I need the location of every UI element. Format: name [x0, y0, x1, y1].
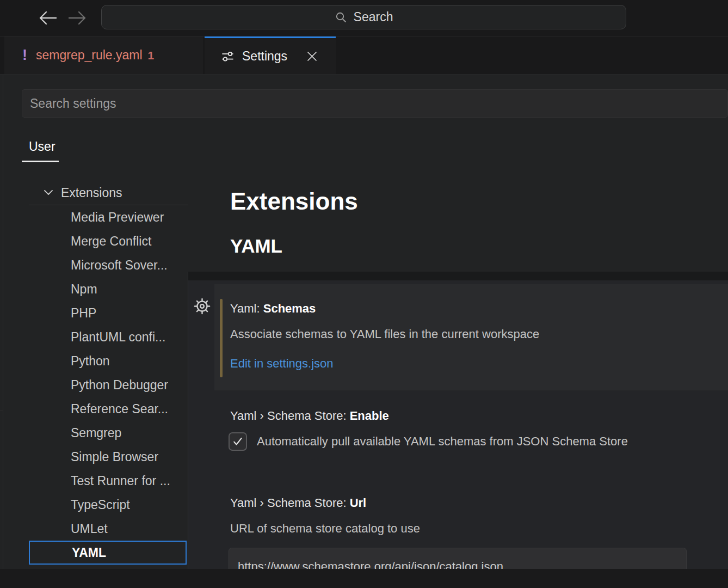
toc-item-microsoft-sover[interactable]: Microsoft Sover... [29, 253, 187, 277]
toc-item-umlet[interactable]: UMLet [29, 517, 187, 541]
search-label: Search [354, 10, 393, 24]
toc-item-semgrep[interactable]: Semgrep [29, 421, 187, 445]
setting-name: Url [350, 496, 367, 510]
panel-edge-divider [3, 75, 3, 569]
scope-tab-active-underline [22, 161, 59, 162]
setting-title-schema-store-enable: Yaml › Schema Store: Enable [230, 408, 389, 424]
search-icon [335, 11, 348, 24]
setting-category: Yaml › Schema Store: [230, 496, 350, 510]
tab-semgrep-rule-yaml[interactable]: ! semgrep_rule.yaml 1 [4, 36, 204, 74]
modified-setting-indicator [220, 299, 223, 377]
settings-list: Yaml: Schemas Associate schemas to YAML … [188, 272, 728, 569]
setting-desc-schema-store-url: URL of schema store catalog to use [230, 521, 420, 536]
scope-tab-user[interactable]: User [29, 139, 55, 154]
toc-item-plantuml[interactable]: PlantUML confi... [29, 325, 187, 349]
setting-name: Enable [350, 409, 389, 422]
toc-item-reference-search[interactable]: Reference Sear... [29, 397, 187, 421]
file-tab-label: semgrep_rule.yaml [36, 48, 143, 63]
toc-item-media-previewer[interactable]: Media Previewer [29, 205, 187, 229]
setting-desc-schemas: Associate schemas to YAML files in the c… [230, 327, 539, 342]
toc-item-npm[interactable]: Npm [29, 277, 187, 301]
toc-root-label: Extensions [61, 186, 122, 200]
setting-name: Schemas [263, 302, 316, 315]
back-arrow-icon[interactable] [37, 7, 59, 29]
schema-store-enable-checkbox[interactable] [229, 432, 247, 451]
toc-item-simple-browser[interactable]: Simple Browser [29, 445, 187, 469]
settings-search-input[interactable] [22, 89, 728, 118]
toc-item-merge-conflict[interactable]: Merge Conflict [29, 229, 187, 253]
title-bar: Search [0, 0, 728, 36]
close-icon[interactable] [304, 48, 319, 64]
setting-category: Yaml › Schema Store: [230, 409, 350, 422]
settings-tab-label: Settings [242, 49, 287, 64]
panel-edge-tick [0, 411, 3, 411]
toc-item-php[interactable]: PHP [29, 301, 187, 325]
chevron-down-icon [44, 189, 53, 196]
setting-title-schemas: Yaml: Schemas [230, 301, 316, 316]
tab-settings[interactable]: Settings [205, 36, 336, 74]
toc-item-typescript[interactable]: TypeScript [29, 493, 187, 517]
list-top-shadow [188, 272, 728, 280]
forward-arrow-icon[interactable] [66, 7, 88, 29]
toc-item-python[interactable]: Python [29, 349, 187, 373]
problem-count-badge: 1 [148, 49, 155, 62]
content-subtitle-yaml: YAML [230, 234, 282, 259]
command-center-search[interactable]: Search [101, 5, 626, 29]
setting-category: Yaml: [230, 302, 263, 315]
vscode-window: Search ! semgrep_rule.yaml 1 Settings [0, 0, 728, 588]
error-exclamation-icon: ! [22, 47, 27, 64]
toc-item-python-debugger[interactable]: Python Debugger [29, 373, 187, 397]
schema-store-url-input[interactable] [229, 548, 687, 569]
toc-root-extensions[interactable]: Extensions [29, 181, 188, 205]
gear-icon[interactable] [194, 298, 211, 315]
content-title-extensions: Extensions [230, 185, 358, 218]
settings-sliders-icon [220, 49, 235, 64]
setting-title-schema-store-url: Yaml › Schema Store: Url [230, 495, 366, 511]
toc-item-test-runner[interactable]: Test Runner for ... [29, 469, 187, 493]
setting-desc-schema-store-enable: Automatically pull available YAML schema… [257, 434, 628, 449]
editor-tab-bar: ! semgrep_rule.yaml 1 Settings [0, 36, 728, 75]
bottom-panel-strip [0, 569, 728, 588]
edit-in-settings-json-link[interactable]: Edit in settings.json [230, 356, 334, 371]
settings-editor: User Extensions Media Previewer Merge Co… [0, 75, 728, 569]
toc-item-yaml-selected[interactable]: YAML [29, 541, 187, 565]
